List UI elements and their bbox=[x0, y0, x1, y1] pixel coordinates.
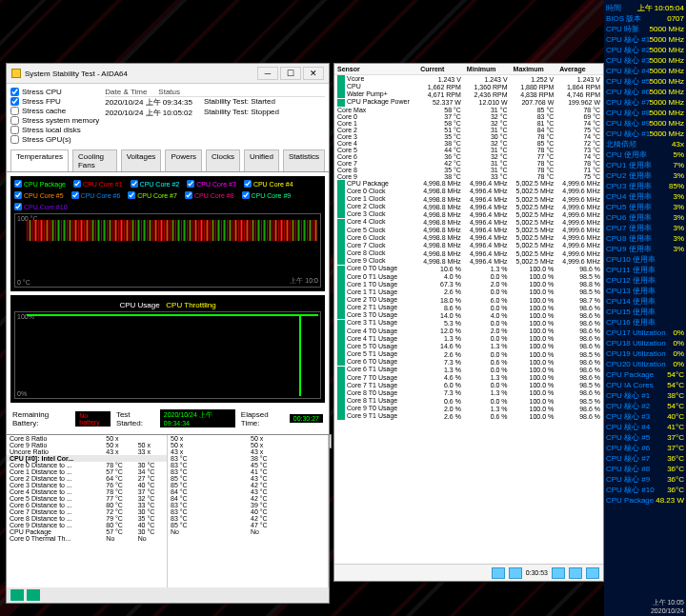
legend-item[interactable]: CPU Core #8 bbox=[185, 191, 234, 199]
table-row[interactable]: Core 0 Thermal Th...NoNo bbox=[7, 535, 167, 542]
stress-check[interactable]: Stress CPU bbox=[10, 88, 99, 96]
table-row[interactable]: 84 °C42 °C bbox=[168, 495, 328, 502]
legend-item[interactable]: CPU Core #5 bbox=[14, 191, 64, 199]
table-row[interactable]: 85 °C43 °C bbox=[168, 475, 328, 482]
table-row[interactable]: NoNo bbox=[168, 528, 328, 535]
table-row[interactable]: Core 4 Distance to ...78 °C37 °C bbox=[7, 488, 167, 495]
tab[interactable]: Statistics bbox=[283, 149, 325, 171]
sensor-row[interactable]: Core 8 Clock4,998.8 MHz4,996.4 MHz5,002.… bbox=[334, 249, 603, 257]
table-row[interactable]: 83 °C42 °C bbox=[168, 515, 328, 522]
sensor-row[interactable]: Core 4 T0 Usage12.0 %2.0 %100.0 %98.6 % bbox=[334, 328, 603, 335]
stress-check[interactable]: Stress local disks bbox=[10, 126, 99, 134]
legend-item[interactable]: CPU Core #10 bbox=[14, 203, 68, 210]
table-row[interactable]: 83 °C41 °C bbox=[168, 468, 328, 475]
col-header[interactable]: Current bbox=[417, 64, 464, 75]
table-row[interactable]: 85 °C42 °C bbox=[168, 482, 328, 488]
legend-item[interactable]: CPU Package bbox=[14, 180, 66, 188]
sensor-row[interactable]: Core 6 Clock4,998.8 MHz4,996.4 MHz5,002.… bbox=[334, 234, 603, 242]
table-row[interactable]: Uncore Ratio43 x33 x bbox=[7, 448, 167, 455]
tab[interactable]: Voltages bbox=[121, 149, 162, 171]
sensor-row[interactable]: CPU1,662 RPM1,360 RPM1,880 RPM1,864 RPM bbox=[334, 83, 603, 90]
col-header[interactable]: Minimum bbox=[464, 64, 511, 75]
nav-icon[interactable] bbox=[27, 589, 40, 601]
sensor-row[interactable]: Core 9 T1 Usage2.6 %0.6 %100.0 %98.6 % bbox=[334, 412, 603, 420]
sensor-row[interactable]: Core 3 T1 Usage5.3 %0.0 %100.0 %98.6 % bbox=[334, 319, 603, 327]
table-row[interactable]: 83 °C45 °C bbox=[168, 462, 328, 468]
table-row[interactable]: Core 3 Distance to ...76 °C40 °C bbox=[7, 482, 167, 488]
sensor-row[interactable]: Core 3 T0 Usage14.0 %4.0 %100.0 %98.6 % bbox=[334, 311, 603, 319]
table-row[interactable]: Core 7 Distance to ...72 °C30 °C bbox=[7, 508, 167, 515]
sensor-row[interactable]: Core 2 T1 Usage8.6 %0.0 %100.0 %98.6 % bbox=[334, 304, 603, 311]
legend-item[interactable]: CPU Core #6 bbox=[71, 191, 121, 199]
table-row[interactable]: 84 °C43 °C bbox=[168, 488, 328, 495]
col-header[interactable]: Average bbox=[556, 64, 603, 75]
sensor-row[interactable]: Core 438 °C32 °C85 °C72 °C bbox=[334, 140, 603, 147]
minimize-button[interactable]: ─ bbox=[257, 67, 278, 80]
sensor-row[interactable]: Core 6 T1 Usage1.3 %0.0 %100.0 %98.6 % bbox=[334, 366, 603, 373]
close-button[interactable]: ✕ bbox=[303, 67, 324, 80]
tab[interactable]: Clocks bbox=[206, 149, 240, 171]
sensor-row[interactable]: Core 938 °C33 °C78 °C75 °C bbox=[334, 173, 603, 180]
table-row[interactable]: 83 °C38 °C bbox=[168, 455, 328, 462]
sensor-row[interactable]: Core 0 T0 Usage10.6 %1.3 %100.0 %98.6 % bbox=[334, 265, 603, 272]
sensor-row[interactable]: Core 7 Clock4,998.8 MHz4,996.4 MHz5,002.… bbox=[334, 242, 603, 249]
tool-icon[interactable] bbox=[509, 567, 522, 579]
table-row[interactable]: Core 2 Distance to ...64 °C27 °C bbox=[7, 475, 167, 482]
col-header[interactable]: Sensor bbox=[334, 64, 417, 75]
table-row[interactable]: Core 0 Distance to ...78 °C30 °C bbox=[7, 462, 167, 468]
sensor-row[interactable]: Core 4 T1 Usage1.3 %0.0 %100.0 %98.6 % bbox=[334, 335, 603, 343]
legend-item[interactable]: CPU Core #3 bbox=[187, 180, 236, 188]
sensor-row[interactable]: Core 5 Clock4,998.8 MHz4,996.4 MHz5,002.… bbox=[334, 227, 603, 234]
sensor-row[interactable]: Core 9 T0 Usage2.0 %1.3 %100.0 %98.6 % bbox=[334, 405, 603, 412]
sensor-row[interactable]: Core 1 Clock4,998.8 MHz4,996.4 MHz5,002.… bbox=[334, 195, 603, 203]
sensor-row[interactable]: Core 0 Clock4,998.8 MHz4,996.4 MHz5,002.… bbox=[334, 188, 603, 195]
table-row[interactable]: 43 x43 x bbox=[168, 448, 328, 455]
sensor-row[interactable]: Water Pump+4,671 RPM2,436 RPM4,838 RPM4,… bbox=[334, 90, 603, 98]
table-row[interactable]: CPU Package57 °C30 °C bbox=[7, 528, 167, 535]
tab[interactable]: Cooling Fans bbox=[72, 149, 117, 171]
legend-item[interactable]: CPU Core #4 bbox=[244, 180, 293, 188]
sensor-row[interactable]: Core 636 °C32 °C77 °C74 °C bbox=[334, 153, 603, 160]
table-row[interactable]: 85 °C47 °C bbox=[168, 522, 328, 528]
stress-check[interactable]: Stress GPU(s) bbox=[10, 135, 99, 144]
sensor-row[interactable]: Core 251 °C31 °C84 °C75 °C bbox=[334, 127, 603, 133]
legend-item[interactable]: CPU Core #9 bbox=[242, 191, 292, 199]
sensor-row[interactable]: Core 3 Clock4,998.8 MHz4,996.4 MHz5,002.… bbox=[334, 210, 603, 218]
sensor-row[interactable]: Core 7 T0 Usage4.6 %1.3 %100.0 %98.6 % bbox=[334, 374, 603, 382]
sensor-row[interactable]: Core 742 °C31 °C78 °C78 °C bbox=[334, 160, 603, 167]
sensor-row[interactable]: Core 1 T1 Usage2.6 %0.0 %100.0 %98.5 % bbox=[334, 288, 603, 296]
sensor-row[interactable]: Core 335 °C30 °C78 °C74 °C bbox=[334, 133, 603, 140]
table-row[interactable]: 50 x50 x bbox=[168, 442, 328, 448]
tab[interactable]: Unified bbox=[244, 149, 279, 171]
table-row[interactable]: Core 5 Distance to ...77 °C32 °C bbox=[7, 495, 167, 502]
tool-icon[interactable] bbox=[586, 567, 599, 579]
sensor-row[interactable]: Core 158 °C32 °C81 °C74 °C bbox=[334, 120, 603, 127]
titlebar[interactable]: System Stability Test - AIDA64 ─ ☐ ✕ bbox=[7, 64, 329, 84]
sensor-row[interactable]: Core 544 °C31 °C78 °C73 °C bbox=[334, 147, 603, 153]
sensor-row[interactable]: Core 8 T0 Usage7.3 %1.3 %100.0 %98.6 % bbox=[334, 389, 603, 397]
tool-icon[interactable] bbox=[492, 567, 505, 579]
legend-item[interactable]: CPU Core #2 bbox=[131, 180, 180, 188]
sensor-row[interactable]: Core 037 °C32 °C83 °C69 °C bbox=[334, 113, 603, 120]
sensor-row[interactable]: Core 4 Clock4,998.8 MHz4,996.4 MHz5,002.… bbox=[334, 218, 603, 226]
table-row[interactable]: 50 x50 x bbox=[168, 435, 328, 442]
table-row[interactable]: 83 °C39 °C bbox=[168, 502, 328, 508]
table-row[interactable]: Core 8 Distance to ...79 °C35 °C bbox=[7, 515, 167, 522]
stress-check[interactable]: Stress cache bbox=[10, 107, 99, 115]
sensor-row[interactable]: CPU Package4,998.8 MHz4,996.4 MHz5,002.5… bbox=[334, 180, 603, 188]
stress-check[interactable]: Stress system memory bbox=[10, 116, 99, 125]
sensor-row[interactable]: Core 2 Clock4,998.8 MHz4,996.4 MHz5,002.… bbox=[334, 203, 603, 210]
sensor-row[interactable]: Core 6 T0 Usage7.3 %0.6 %100.0 %98.6 % bbox=[334, 358, 603, 366]
sensor-row[interactable]: Core 5 T0 Usage14.6 %1.3 %100.0 %98.6 % bbox=[334, 343, 603, 350]
sensor-row[interactable]: Core 9 Clock4,998.8 MHz4,996.4 MHz5,002.… bbox=[334, 257, 603, 265]
sensor-row[interactable]: Core 8 T1 Usage0.6 %0.0 %100.0 %98.5 % bbox=[334, 397, 603, 405]
tool-icon[interactable] bbox=[552, 567, 565, 579]
legend-item[interactable]: CPU Core #1 bbox=[73, 180, 123, 188]
table-row[interactable]: Core 8 Ratio50 x bbox=[7, 435, 167, 442]
sensor-row[interactable]: CPU Package Power52.337 W12.010 W207.768… bbox=[334, 98, 603, 106]
nav-icon[interactable] bbox=[10, 589, 24, 601]
legend-item[interactable]: CPU Core #7 bbox=[128, 191, 177, 199]
sensor-row[interactable]: Core 2 T0 Usage18.0 %6.0 %100.0 %98.7 % bbox=[334, 296, 603, 304]
stress-check[interactable]: Stress FPU bbox=[10, 97, 99, 106]
table-row[interactable]: Core 1 Distance to ...57 °C34 °C bbox=[7, 468, 167, 475]
